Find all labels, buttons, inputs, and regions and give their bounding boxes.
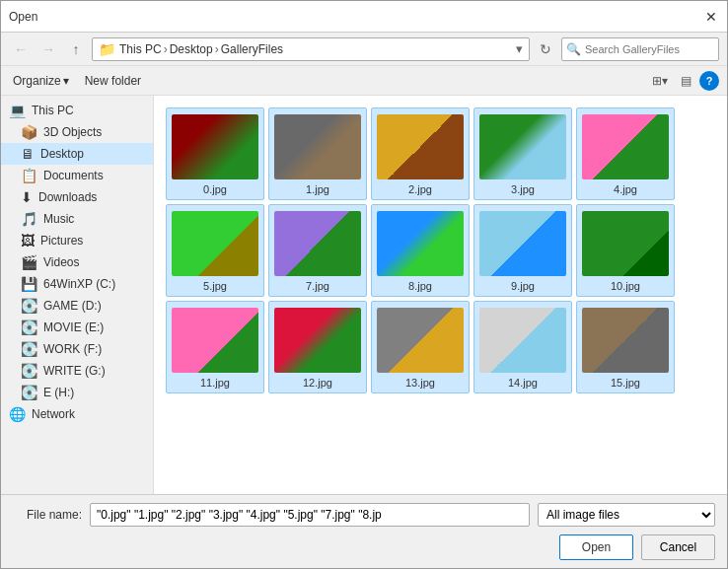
sidebar-item-desktop[interactable]: 🖥 Desktop (1, 143, 153, 165)
3d-objects-icon: 📦 (21, 124, 37, 140)
drive-d-icon: 💽 (21, 298, 37, 314)
sidebar-item-drive-c[interactable]: 💾 64WinXP (C:) (1, 273, 153, 295)
filename-label: File name: (13, 508, 82, 522)
sidebar-item-drive-g[interactable]: 💽 WRITE (G:) (1, 360, 153, 382)
videos-icon: 🎬 (21, 254, 37, 270)
view-icon: ⊞ (652, 74, 662, 88)
file-item[interactable]: 10.jpg (576, 204, 675, 297)
music-icon: 🎵 (21, 211, 37, 227)
close-button[interactable]: ✕ (703, 9, 719, 25)
new-folder-button[interactable]: New folder (81, 72, 145, 90)
documents-icon: 📋 (21, 168, 37, 183)
sidebar-label-documents: Documents (43, 169, 104, 182)
view-controls: ⊞ ▾ ▤ ? (648, 69, 719, 93)
cancel-button[interactable]: Cancel (641, 534, 715, 560)
address-dropdown-btn[interactable]: ▾ (516, 41, 523, 56)
file-item[interactable]: 5.jpg (166, 204, 264, 297)
file-thumbnail (582, 211, 669, 276)
file-item[interactable]: 15.jpg (576, 301, 675, 393)
second-toolbar: Organize ▾ New folder ⊞ ▾ ▤ ? (1, 66, 727, 96)
drive-c-icon: 💾 (21, 276, 37, 292)
filename-input[interactable] (90, 503, 530, 527)
file-name: 12.jpg (303, 377, 332, 389)
sidebar-label-3d-objects: 3D Objects (43, 125, 102, 139)
file-name: 3.jpg (511, 183, 535, 195)
organize-button[interactable]: Organize ▾ (9, 72, 73, 90)
sidebar-label-drive-h: E (H:) (43, 386, 74, 399)
drive-g-icon: 💽 (21, 363, 37, 379)
file-thumbnail (274, 114, 361, 179)
breadcrumb: This PC › Desktop › GalleryFiles (119, 42, 283, 56)
file-name: 15.jpg (611, 377, 640, 389)
sidebar-label-videos: Videos (43, 255, 79, 269)
file-item[interactable]: 3.jpg (473, 107, 572, 200)
sidebar-item-drive-h[interactable]: 💽 E (H:) (1, 382, 153, 403)
sidebar-item-documents[interactable]: 📋 Documents (1, 165, 153, 186)
file-thumbnail (172, 308, 258, 373)
forward-button[interactable]: → (36, 37, 60, 61)
file-item[interactable]: 14.jpg (473, 301, 572, 393)
crumb-galleryfiles[interactable]: GalleryFiles (221, 42, 283, 56)
file-name: 7.jpg (306, 280, 329, 292)
file-item[interactable]: 7.jpg (268, 204, 367, 297)
sidebar-item-this-pc[interactable]: 💻 This PC (1, 100, 153, 121)
sidebar-item-videos[interactable]: 🎬 Videos (1, 251, 153, 273)
organize-arrow: ▾ (63, 74, 69, 88)
search-input[interactable] (585, 43, 721, 55)
sidebar: 💻 This PC 📦 3D Objects 🖥 Desktop 📋 Docum… (1, 96, 154, 494)
sidebar-label-this-pc: This PC (32, 104, 74, 117)
file-thumbnail (479, 308, 566, 373)
file-thumbnail (582, 114, 669, 179)
file-name: 13.jpg (405, 377, 435, 389)
file-thumbnail (274, 308, 361, 373)
file-item[interactable]: 11.jpg (166, 301, 264, 393)
sidebar-item-drive-f[interactable]: 💽 WORK (F:) (1, 338, 153, 360)
file-item[interactable]: 9.jpg (473, 204, 572, 297)
file-item[interactable]: 13.jpg (371, 301, 470, 393)
file-item[interactable]: 12.jpg (268, 301, 367, 393)
sidebar-item-drive-e[interactable]: 💽 MOVIE (E:) (1, 317, 153, 338)
back-button[interactable]: ← (9, 37, 33, 61)
up-button[interactable]: ↑ (64, 37, 88, 61)
content-area[interactable]: 0.jpg1.jpg2.jpg3.jpg4.jpg5.jpg7.jpg8.jpg… (154, 96, 727, 494)
window-controls: ✕ (703, 9, 719, 25)
help-button[interactable]: ? (699, 71, 719, 91)
crumb-thispc[interactable]: This PC (119, 42, 162, 56)
sidebar-label-desktop: Desktop (40, 147, 84, 161)
file-thumbnail (479, 114, 566, 179)
file-item[interactable]: 2.jpg (371, 107, 470, 200)
search-box[interactable]: 🔍 (561, 37, 719, 61)
refresh-button[interactable]: ↻ (534, 37, 557, 61)
file-item[interactable]: 4.jpg (576, 107, 675, 200)
file-name: 9.jpg (511, 280, 535, 292)
file-name: 11.jpg (200, 377, 230, 389)
sidebar-label-pictures: Pictures (40, 234, 83, 248)
file-item[interactable]: 1.jpg (268, 107, 367, 200)
folder-icon: 📁 (99, 41, 115, 57)
filetype-select[interactable]: All image files JPEG PNG BMP (538, 503, 715, 527)
sidebar-item-3d-objects[interactable]: 📦 3D Objects (1, 121, 153, 143)
file-name: 14.jpg (508, 377, 538, 389)
sidebar-label-drive-f: WORK (F:) (43, 342, 102, 356)
sidebar-item-downloads[interactable]: ⬇ Downloads (1, 186, 153, 208)
crumb-desktop[interactable]: Desktop (170, 42, 213, 56)
sidebar-item-pictures[interactable]: 🖼 Pictures (1, 230, 153, 251)
pictures-icon: 🖼 (21, 233, 35, 249)
file-item[interactable]: 8.jpg (371, 204, 470, 297)
sidebar-item-music[interactable]: 🎵 Music (1, 208, 153, 230)
file-item[interactable]: 0.jpg (166, 107, 264, 200)
file-name: 4.jpg (614, 183, 637, 195)
organize-label: Organize (13, 74, 61, 88)
file-name: 5.jpg (203, 280, 227, 292)
sidebar-item-drive-d[interactable]: 💽 GAME (D:) (1, 295, 153, 317)
pane-button[interactable]: ▤ (674, 69, 697, 93)
sidebar-label-drive-e: MOVIE (E:) (43, 320, 104, 334)
filename-row: File name: All image files JPEG PNG BMP (13, 503, 715, 527)
file-name: 8.jpg (408, 280, 432, 292)
sidebar-item-network[interactable]: 🌐 Network (1, 403, 153, 425)
open-button[interactable]: Open (559, 534, 633, 560)
view-mode-button[interactable]: ⊞ ▾ (648, 69, 672, 93)
address-toolbar: ← → ↑ 📁 This PC › Desktop › GalleryFiles… (1, 33, 727, 66)
address-bar[interactable]: 📁 This PC › Desktop › GalleryFiles ▾ (92, 37, 530, 61)
file-thumbnail (582, 308, 669, 373)
